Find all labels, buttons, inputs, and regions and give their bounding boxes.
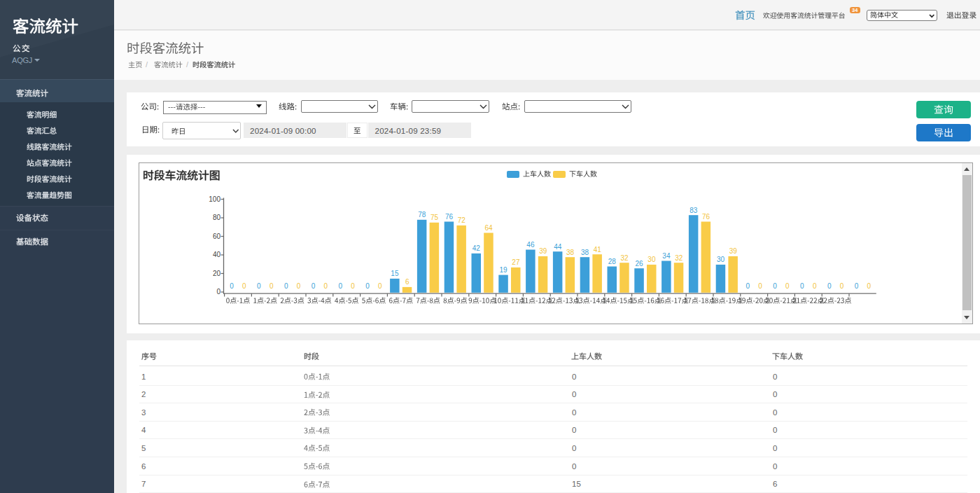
svg-text:27: 27 [512,258,520,266]
svg-text:42: 42 [472,244,481,252]
svg-text:41: 41 [594,246,602,254]
svg-text:46: 46 [526,241,535,249]
svg-text:0: 0 [378,282,382,290]
svg-text:0: 0 [230,282,234,290]
svg-text:60: 60 [213,232,221,240]
svg-text:20: 20 [213,270,221,277]
svg-text:0: 0 [867,282,872,290]
svg-text:75: 75 [430,214,439,221]
svg-text:0: 0 [785,282,790,290]
svg-text:34: 34 [662,252,671,260]
svg-text:0: 0 [324,282,328,290]
svg-text:76: 76 [702,213,710,221]
svg-text:0: 0 [365,282,370,290]
svg-text:0: 0 [840,282,844,290]
svg-text:0: 0 [746,282,750,290]
svg-text:0: 0 [800,282,804,290]
svg-text:76: 76 [445,213,454,221]
svg-text:30: 30 [648,256,656,263]
svg-text:19: 19 [500,266,508,274]
svg-text:72: 72 [458,216,466,224]
svg-text:39: 39 [729,247,738,255]
svg-text:26: 26 [636,260,644,268]
svg-text:100: 100 [209,195,220,203]
svg-text:0: 0 [855,282,859,290]
svg-text:0: 0 [297,282,301,290]
svg-text:0: 0 [284,282,288,290]
svg-text:38: 38 [566,249,575,256]
svg-text:0: 0 [270,282,274,290]
svg-text:0: 0 [216,288,220,296]
svg-text:38: 38 [581,249,589,256]
svg-text:0: 0 [351,282,355,290]
svg-text:0: 0 [257,282,261,290]
svg-text:64: 64 [485,224,493,232]
svg-text:80: 80 [213,214,221,221]
svg-text:32: 32 [675,254,683,262]
svg-text:0: 0 [813,282,817,290]
svg-text:0: 0 [827,282,832,290]
svg-text:0: 0 [758,282,762,290]
svg-text:28: 28 [608,258,617,265]
svg-text:78: 78 [418,211,426,218]
svg-text:0: 0 [339,282,343,290]
svg-text:44: 44 [554,243,562,251]
svg-text:0: 0 [242,282,246,290]
svg-text:0: 0 [312,282,316,290]
svg-text:32: 32 [621,254,629,262]
svg-text:6: 6 [405,278,410,286]
svg-text:30: 30 [717,256,725,263]
svg-text:15: 15 [391,270,399,277]
svg-text:40: 40 [213,251,221,258]
svg-text:39: 39 [539,247,547,255]
svg-text:83: 83 [690,207,698,214]
svg-text:0: 0 [773,282,777,290]
